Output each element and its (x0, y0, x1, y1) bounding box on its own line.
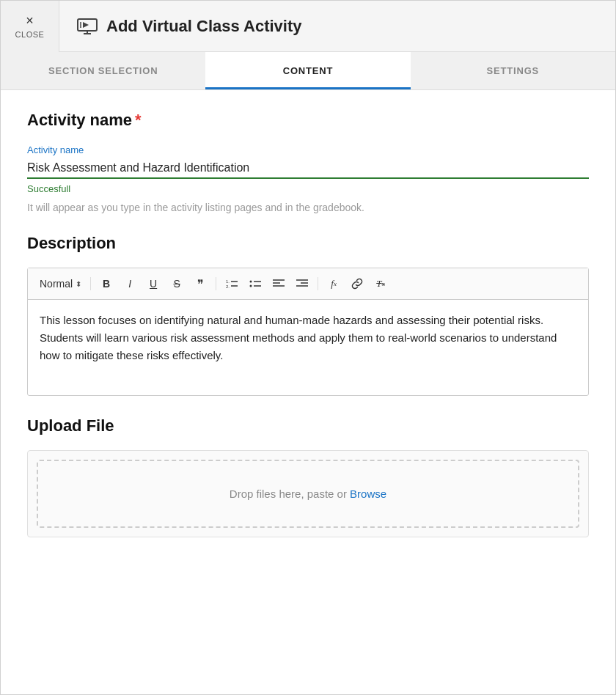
upload-drop-text: Drop files here, paste or Browse (230, 488, 386, 500)
tab-settings-label: SETTINGS (487, 65, 539, 76)
description-heading: Description (27, 234, 589, 253)
modal-container: × CLOSE Add Virtual Class Activity SECTI… (0, 0, 616, 695)
align-left-button[interactable] (269, 274, 288, 293)
italic-button[interactable]: I (120, 274, 139, 293)
tab-content[interactable]: CONTENT (205, 52, 410, 89)
blockquote-button[interactable]: ❞ (191, 274, 210, 293)
close-button[interactable]: × CLOSE (1, 1, 59, 52)
toolbar-divider-2 (216, 277, 216, 290)
activity-name-heading: Activity name* (27, 111, 589, 130)
upload-inner-area[interactable]: Drop files here, paste or Browse (37, 460, 579, 528)
required-indicator: * (135, 111, 142, 129)
toolbar-divider-1 (90, 277, 91, 290)
tab-content-label: CONTENT (283, 65, 333, 76)
toolbar-divider-3 (318, 277, 318, 290)
unordered-list-button[interactable] (246, 274, 265, 293)
activity-name-input[interactable] (27, 158, 589, 179)
description-section: Description Normal ⬍ B I U S ❞ (27, 234, 589, 396)
tabs-container: SECTION SELECTION CONTENT SETTINGS (1, 52, 615, 90)
formula-button[interactable]: fx (324, 274, 343, 293)
rich-text-editor: Normal ⬍ B I U S ❞ 1. 2. (27, 268, 589, 396)
activity-name-field-label: Activity name (27, 144, 589, 155)
chevron-down-icon: ⬍ (76, 280, 81, 288)
svg-text:2.: 2. (226, 284, 230, 289)
underline-button[interactable]: U (144, 274, 163, 293)
activity-name-field-group: Activity name Succesfull (27, 144, 589, 194)
tab-settings[interactable]: SETTINGS (411, 52, 615, 89)
bold-button[interactable]: B (97, 274, 116, 293)
activity-name-hint: It will appear as you type in the activi… (27, 202, 589, 213)
clear-format-button[interactable]: Tx (371, 274, 390, 293)
tab-section-selection-label: SECTION SELECTION (48, 65, 158, 76)
virtual-class-icon (77, 18, 98, 34)
svg-text:1.: 1. (226, 279, 230, 284)
content-area: Activity name* Activity name Succesfull … (1, 90, 615, 694)
editor-toolbar: Normal ⬍ B I U S ❞ 1. 2. (28, 268, 588, 300)
align-right-button[interactable] (293, 274, 312, 293)
link-button[interactable] (348, 274, 367, 293)
text-style-select[interactable]: Normal ⬍ (37, 276, 84, 291)
browse-link[interactable]: Browse (350, 488, 386, 500)
editor-body[interactable]: This lesson focuses on identifying natur… (28, 300, 588, 395)
modal-header: × CLOSE Add Virtual Class Activity (1, 1, 615, 52)
svg-point-9 (250, 281, 252, 283)
close-icon: × (26, 14, 34, 27)
upload-file-section: Upload File Drop files here, paste or Br… (27, 416, 589, 537)
ordered-list-button[interactable]: 1. 2. (222, 274, 241, 293)
upload-dropzone[interactable]: Drop files here, paste or Browse (27, 450, 589, 537)
close-label: CLOSE (15, 30, 45, 39)
modal-title: Add Virtual Class Activity (106, 17, 302, 36)
header-title-group: Add Virtual Class Activity (59, 17, 320, 36)
upload-file-heading: Upload File (27, 416, 589, 435)
svg-marker-4 (83, 22, 89, 28)
text-style-label: Normal (40, 278, 73, 290)
strikethrough-button[interactable]: S (167, 274, 186, 293)
svg-point-10 (250, 285, 252, 287)
field-success-message: Succesfull (27, 183, 589, 194)
tab-section-selection[interactable]: SECTION SELECTION (1, 52, 205, 89)
